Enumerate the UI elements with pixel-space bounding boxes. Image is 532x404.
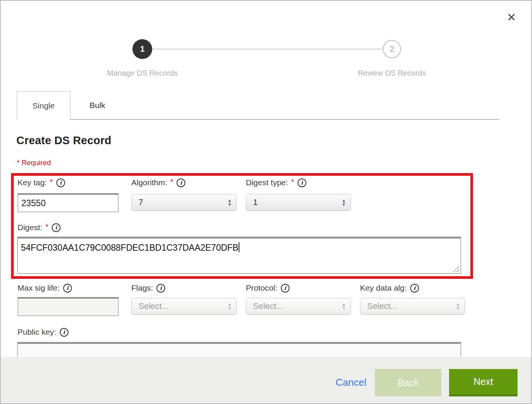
tab-single-label: Single	[32, 101, 54, 110]
stepper-connector-line	[151, 49, 384, 49]
tab-bulk-label: Bulk	[90, 101, 105, 110]
cancel-link[interactable]: Cancel	[336, 377, 366, 388]
algorithm-select[interactable]: 7 ▲ ▼	[131, 194, 237, 211]
required-asterisk: *	[291, 178, 294, 186]
info-icon[interactable]: i	[156, 284, 165, 293]
info-icon[interactable]: i	[298, 178, 306, 187]
resize-handle-icon[interactable]	[453, 266, 459, 272]
info-icon[interactable]: i	[177, 178, 185, 187]
back-button: Back	[375, 369, 441, 396]
stepper-step-1-circle: 1	[132, 39, 152, 59]
tab-bottom-rule	[70, 119, 499, 120]
algorithm-label: Algorithm: * i	[131, 178, 185, 187]
key-data-alg-select[interactable]: Select... ▲ ▼	[360, 298, 465, 315]
spinner-arrows-icon: ▲ ▼	[342, 302, 346, 310]
flags-select-value: Select...	[132, 301, 169, 311]
digest-type-select[interactable]: 1 ▲ ▼	[246, 194, 351, 211]
flags-label: Flags: i	[131, 283, 165, 293]
protocol-label: Protocol: i	[246, 283, 290, 293]
key-data-alg-select-value: Select...	[360, 301, 397, 311]
required-asterisk: *	[50, 178, 53, 186]
digest-type-select-value: 1	[246, 197, 258, 207]
info-icon[interactable]: i	[60, 328, 68, 337]
spinner-arrows-icon: ▲ ▼	[228, 199, 232, 206]
tab-single[interactable]: Single	[17, 91, 70, 120]
tab-bulk[interactable]: Bulk	[70, 91, 124, 119]
create-ds-record-modal: ✕ 1 2 Manage DS Records Review DS Record…	[0, 0, 532, 404]
required-asterisk: *	[45, 223, 48, 231]
spinner-arrows-icon: ▲ ▼	[456, 302, 460, 310]
info-icon[interactable]: i	[63, 284, 72, 293]
protocol-select[interactable]: Select... ▲ ▼	[246, 298, 351, 315]
text-cursor-caret	[239, 242, 239, 252]
required-asterisk: *	[170, 178, 174, 186]
stepper-step-2-circle: 2	[383, 40, 401, 58]
digest-label: Digest: * i	[18, 223, 61, 232]
digest-textarea[interactable]: 54FCF030AA1C79C0088FDEC1BD1C37DAA2E70DFB	[17, 237, 461, 274]
algorithm-select-value: 7	[132, 197, 143, 207]
key-data-alg-label: Key data alg: i	[360, 283, 419, 293]
key-tag-input[interactable]	[18, 193, 119, 212]
info-icon[interactable]: i	[52, 223, 61, 232]
max-sig-life-input	[18, 297, 119, 316]
max-sig-life-label: Max sig life: i	[18, 283, 72, 293]
spinner-arrows-icon: ▲ ▼	[228, 302, 232, 310]
stepper-step-2-label: Review DS Records	[342, 69, 441, 78]
info-icon[interactable]: i	[410, 284, 419, 293]
stepper-step-1-number: 1	[140, 44, 145, 54]
spinner-arrows-icon: ▲ ▼	[342, 199, 346, 206]
info-icon[interactable]: i	[281, 284, 290, 293]
public-key-textarea[interactable]	[17, 342, 461, 358]
page-title: Create DS Record	[16, 134, 111, 147]
info-icon[interactable]: i	[56, 178, 65, 187]
protocol-select-value: Select...	[246, 301, 283, 311]
required-note: * Required	[17, 159, 51, 167]
key-tag-label: Key tag: * i	[18, 178, 65, 187]
digest-value: 54FCF030AA1C79C0088FDEC1BD1C37DAA2E70DFB	[21, 243, 238, 253]
close-icon[interactable]: ✕	[505, 11, 518, 24]
stepper-step-2-number: 2	[390, 44, 394, 54]
stepper-step-1-label: Manage DS Records	[93, 69, 192, 78]
public-key-label: Public key: i	[18, 328, 68, 337]
next-button[interactable]: Next	[449, 369, 518, 396]
flags-select[interactable]: Select... ▲ ▼	[131, 298, 237, 315]
digest-type-label: Digest type: * i	[246, 178, 306, 187]
